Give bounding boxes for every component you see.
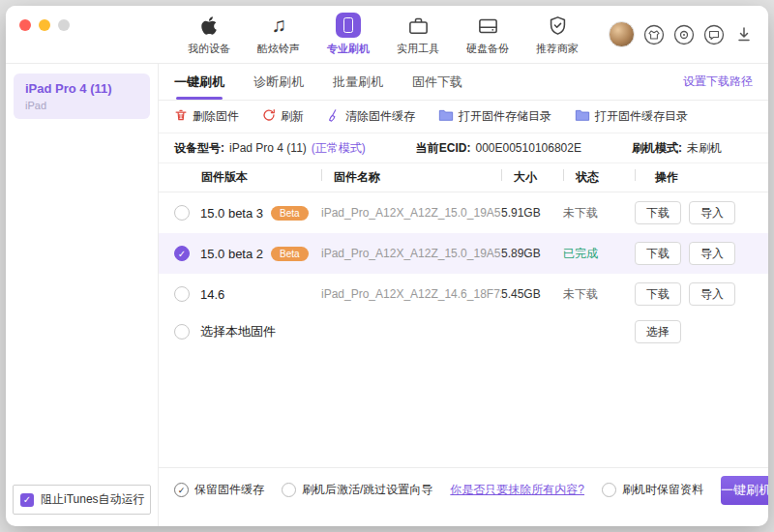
ecid-value: 000E00510106802E bbox=[476, 141, 581, 155]
header-actions: 操作 bbox=[635, 169, 753, 186]
model-label: 设备型号: bbox=[174, 140, 224, 157]
nav-item-tools[interactable]: 实用工具 bbox=[391, 13, 445, 56]
set-download-path-link[interactable]: 设置下载路径 bbox=[683, 74, 753, 90]
table-empty-area bbox=[159, 349, 768, 467]
nav-item-ringtones[interactable]: ♫ 酷炫铃声 bbox=[252, 13, 306, 56]
clear-firmware-cache-button[interactable]: 清除固件缓存 bbox=[327, 108, 415, 125]
flash-options-footer: ✓ 保留固件缓存 刷机后激活/跳过设置向导 你是否只要抹除所有内容? 刷机时保留… bbox=[159, 467, 768, 512]
main-nav: 我的设备 ♫ 酷炫铃声 专业刷机 实用工具 硬盘备份 bbox=[182, 13, 584, 56]
title-bar: 我的设备 ♫ 酷炫铃声 专业刷机 实用工具 硬盘备份 bbox=[6, 6, 768, 64]
flash-mode-value: 未刷机 bbox=[687, 140, 722, 157]
firmware-status: 未下载 bbox=[563, 205, 635, 222]
open-firmware-storage-button[interactable]: 打开固件存储目录 bbox=[438, 108, 551, 125]
firmware-status: 未下载 bbox=[563, 286, 635, 303]
delete-firmware-button[interactable]: 删除固件 bbox=[174, 108, 239, 125]
firmware-radio[interactable] bbox=[174, 286, 190, 302]
device-model-info: 设备型号: iPad Pro 4 (11) (正常模式) bbox=[174, 140, 366, 157]
block-itunes-label: 阻止iTunes自动运行 bbox=[41, 491, 145, 508]
minimize-button[interactable] bbox=[39, 19, 50, 31]
keep-cache-label: 保留固件缓存 bbox=[194, 482, 264, 498]
refresh-icon bbox=[262, 108, 276, 125]
nav-label: 我的设备 bbox=[188, 42, 230, 56]
nav-item-merchants[interactable]: 推荐商家 bbox=[530, 13, 584, 56]
table-row[interactable]: 14.6 iPad_Pro_A12X_A12Z_14.6_18F72_Resto… bbox=[159, 274, 768, 314]
download-button[interactable]: 下载 bbox=[635, 282, 681, 306]
beta-badge: Beta bbox=[271, 206, 309, 221]
import-button[interactable]: 导入 bbox=[689, 201, 735, 224]
activate-label: 刷机后激活/跳过设置向导 bbox=[302, 482, 432, 498]
tabs-bar: 一键刷机 诊断刷机 批量刷机 固件下载 设置下载路径 bbox=[159, 64, 768, 101]
zoom-button[interactable] bbox=[58, 19, 70, 31]
erase-all-content-link[interactable]: 你是否只要抹除所有内容? bbox=[450, 482, 584, 498]
header-version: 固件版本 bbox=[174, 169, 321, 186]
firmware-version: 15.0 beta 2 bbox=[200, 247, 263, 261]
firmware-filename: iPad_Pro_A12X_A12Z_15.0_19A5297e_Restore… bbox=[321, 206, 501, 220]
apple-icon bbox=[200, 13, 218, 38]
table-row[interactable]: 15.0 beta 3 Beta iPad_Pro_A12X_A12Z_15.0… bbox=[159, 192, 768, 233]
tool-label: 清除固件缓存 bbox=[345, 108, 415, 125]
select-local-firmware-button[interactable]: 选择 bbox=[635, 320, 681, 343]
nav-item-backup[interactable]: 硬盘备份 bbox=[461, 13, 515, 56]
device-mode-value: (正常模式) bbox=[312, 140, 366, 157]
firmware-radio-checked[interactable]: ✓ bbox=[174, 246, 190, 261]
table-row-selected[interactable]: ✓ 15.0 beta 2 Beta iPad_Pro_A12X_A12Z_15… bbox=[159, 233, 768, 274]
nav-label: 专业刷机 bbox=[327, 42, 370, 56]
import-button[interactable]: 导入 bbox=[689, 282, 735, 306]
keep-data-option[interactable]: 刷机时保留资料 bbox=[602, 482, 703, 498]
local-firmware-label: 选择本地固件 bbox=[200, 323, 276, 340]
nav-label: 酷炫铃声 bbox=[257, 42, 300, 56]
download-manager-icon[interactable] bbox=[733, 24, 755, 45]
tab-batch-flash[interactable]: 批量刷机 bbox=[333, 64, 383, 100]
keep-data-radio[interactable] bbox=[602, 483, 616, 497]
tab-one-click-flash[interactable]: 一键刷机 bbox=[174, 64, 224, 100]
main-panel: 一键刷机 诊断刷机 批量刷机 固件下载 设置下载路径 删除固件 bbox=[159, 64, 768, 526]
firmware-size: 5.91GB bbox=[501, 206, 563, 220]
tab-label: 固件下载 bbox=[412, 74, 462, 91]
refresh-button[interactable]: 刷新 bbox=[262, 108, 304, 125]
nav-item-my-devices[interactable]: 我的设备 bbox=[182, 13, 236, 56]
flash-mode-label: 刷机模式: bbox=[632, 140, 682, 157]
download-button[interactable]: 下载 bbox=[635, 242, 681, 265]
tab-diagnostic-flash[interactable]: 诊断刷机 bbox=[253, 64, 304, 100]
firmware-status: 已完成 bbox=[563, 246, 635, 262]
block-itunes-checkbox[interactable]: ✓ bbox=[20, 493, 34, 507]
toolbox-icon bbox=[408, 13, 429, 38]
settings-icon[interactable] bbox=[673, 24, 695, 45]
shield-icon bbox=[549, 13, 567, 38]
firmware-size: 5.45GB bbox=[501, 287, 563, 301]
firmware-version: 15.0 beta 3 bbox=[200, 206, 263, 221]
user-zone bbox=[609, 21, 755, 47]
firmware-radio[interactable] bbox=[174, 324, 190, 340]
tab-firmware-download[interactable]: 固件下载 bbox=[412, 64, 462, 100]
firmware-filename: iPad_Pro_A12X_A12Z_15.0_19A5281j_Restore… bbox=[321, 247, 501, 260]
activate-radio[interactable] bbox=[282, 483, 296, 497]
activate-after-flash-option[interactable]: 刷机后激活/跳过设置向导 bbox=[282, 482, 432, 498]
theme-skin-icon[interactable] bbox=[643, 24, 665, 45]
nav-label: 实用工具 bbox=[397, 42, 439, 56]
bottom-padding bbox=[159, 512, 768, 526]
ecid-label: 当前ECID: bbox=[416, 140, 471, 157]
download-button[interactable]: 下载 bbox=[635, 201, 681, 224]
feedback-icon[interactable] bbox=[703, 24, 725, 45]
close-button[interactable] bbox=[19, 19, 31, 31]
traffic-lights bbox=[19, 19, 70, 31]
tool-label: 删除固件 bbox=[193, 108, 239, 125]
open-firmware-cache-button[interactable]: 打开固件缓存目录 bbox=[575, 108, 688, 125]
nav-item-pro-flash[interactable]: 专业刷机 bbox=[321, 13, 375, 56]
keep-data-label: 刷机时保留资料 bbox=[622, 482, 703, 498]
user-avatar[interactable] bbox=[609, 21, 635, 47]
keep-cache-option[interactable]: ✓ 保留固件缓存 bbox=[174, 482, 264, 498]
firmware-toolbar: 删除固件 刷新 清除固件缓存 bbox=[159, 101, 768, 133]
table-row-local-firmware[interactable]: 选择本地固件 选择 bbox=[159, 314, 768, 349]
import-button[interactable]: 导入 bbox=[689, 242, 735, 265]
folder-icon bbox=[438, 108, 454, 125]
tab-label: 一键刷机 bbox=[174, 74, 224, 91]
beta-badge: Beta bbox=[271, 247, 309, 261]
keep-cache-check-icon[interactable]: ✓ bbox=[174, 483, 189, 497]
one-click-flash-button[interactable]: 一键刷机 bbox=[721, 476, 768, 505]
block-itunes-option[interactable]: ✓ 阻止iTunes自动运行 bbox=[13, 485, 151, 515]
tool-label: 刷新 bbox=[281, 108, 304, 125]
firmware-radio[interactable] bbox=[174, 205, 190, 221]
sidebar-device-item[interactable]: iPad Pro 4 (11) iPad bbox=[14, 74, 150, 119]
flash-mode-info: 刷机模式: 未刷机 bbox=[632, 140, 722, 157]
